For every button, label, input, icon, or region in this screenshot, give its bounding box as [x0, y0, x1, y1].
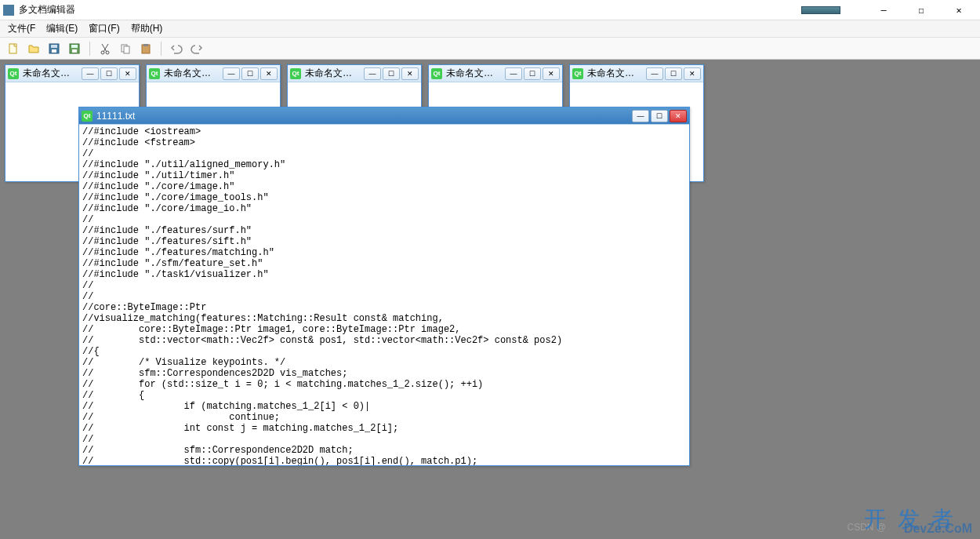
qt-icon: Qt [82, 111, 93, 122]
child-title: 未命名文档2... [162, 67, 220, 80]
svg-rect-12 [143, 44, 148, 46]
svg-rect-6 [72, 49, 77, 53]
child-title: 未命名文档5... [586, 67, 644, 80]
svg-rect-2 [51, 45, 57, 48]
open-button[interactable] [25, 40, 42, 57]
svg-rect-10 [124, 46, 129, 53]
child-max-button[interactable]: ☐ [383, 67, 400, 80]
app-title: 多文档编辑器 [19, 3, 801, 16]
qt-icon: Qt [8, 68, 19, 79]
minimize-button[interactable]: — [872, 2, 895, 18]
new-file-icon [7, 42, 20, 55]
undo-button[interactable] [168, 40, 185, 57]
titlebar-indicator [801, 6, 840, 14]
child-title: 11111.txt [95, 111, 630, 122]
save-icon [48, 42, 60, 55]
child-max-button[interactable]: ☐ [100, 67, 118, 80]
child-max-button[interactable]: ☐ [651, 110, 668, 122]
svg-rect-5 [71, 45, 78, 48]
save-button[interactable] [45, 40, 63, 57]
saveas-button[interactable] [66, 40, 83, 57]
child-close-button[interactable]: ✕ [543, 67, 560, 80]
child-close-button[interactable]: ✕ [401, 67, 419, 80]
child-max-button[interactable]: ☐ [665, 67, 682, 80]
child-min-button[interactable]: — [223, 67, 240, 80]
child-controls: —☐✕ [505, 67, 560, 80]
redo-icon [191, 42, 203, 55]
svg-point-8 [106, 51, 109, 54]
svg-rect-0 [9, 44, 16, 53]
toolbar-separator-2 [161, 42, 162, 56]
child-titlebar[interactable]: Qt未命名文档5...—☐✕ [570, 65, 703, 82]
undo-icon [170, 42, 183, 55]
menu-file[interactable]: 文件(F [3, 20, 40, 37]
cut-icon [99, 42, 111, 55]
copy-button[interactable] [117, 40, 134, 57]
child-titlebar[interactable]: Qt未命名文档4...—☐✕ [429, 65, 562, 82]
menu-help[interactable]: 帮助(H) [126, 20, 168, 37]
child-titlebar[interactable]: Qt未命名文档3...—☐✕ [288, 65, 421, 82]
toolbar [0, 38, 980, 60]
child-controls: —☐✕ [632, 110, 687, 122]
app-icon [3, 5, 14, 16]
child-titlebar[interactable]: Qt未命名文档1...—☐✕ [5, 65, 139, 82]
qt-icon: Qt [149, 68, 160, 79]
child-controls: —☐✕ [646, 67, 701, 80]
qt-icon: Qt [572, 68, 583, 79]
code-editor[interactable]: //#include <iostream> //#include <fstrea… [79, 125, 689, 465]
child-controls: —☐✕ [223, 67, 278, 80]
menubar: 文件(F 编辑(E) 窗口(F) 帮助(H) [0, 20, 980, 38]
code-content[interactable]: //#include <iostream> //#include <fstrea… [79, 125, 689, 465]
qt-icon: Qt [431, 68, 442, 79]
child-min-button[interactable]: — [505, 67, 522, 80]
mdi-area[interactable]: Qt未命名文档1...—☐✕Qt未命名文档2...—☐✕Qt未命名文档3...—… [0, 60, 980, 539]
maximize-button[interactable]: ☐ [909, 2, 933, 18]
child-close-button[interactable]: ✕ [684, 67, 701, 80]
window-controls: — ☐ ✕ [872, 2, 977, 18]
child-title: 未命名文档1... [21, 67, 79, 80]
child-max-button[interactable]: ☐ [524, 67, 541, 80]
child-title: 未命名文档3... [303, 67, 361, 80]
child-close-button[interactable]: ✕ [119, 67, 136, 80]
child-title: 未命名文档4... [445, 67, 503, 80]
child-min-button[interactable]: — [632, 110, 649, 122]
child-close-button[interactable]: ✕ [670, 110, 687, 122]
child-controls: —☐✕ [82, 67, 136, 80]
menu-window[interactable]: 窗口(F) [84, 20, 124, 37]
redo-button[interactable] [188, 40, 205, 57]
child-close-button[interactable]: ✕ [260, 67, 278, 80]
active-child-window[interactable]: Qt11111.txt—☐✕//#include <iostream> //#i… [78, 107, 690, 466]
new-button[interactable] [5, 40, 22, 57]
copy-icon [119, 42, 132, 55]
paste-icon [140, 42, 152, 55]
main-titlebar: 多文档编辑器 — ☐ ✕ [0, 0, 980, 20]
child-titlebar[interactable]: Qt11111.txt—☐✕ [79, 107, 689, 125]
svg-rect-3 [52, 49, 56, 53]
cut-button[interactable] [96, 40, 114, 57]
qt-icon: Qt [290, 68, 301, 79]
open-folder-icon [27, 42, 40, 55]
child-max-button[interactable]: ☐ [241, 67, 259, 80]
paste-button[interactable] [137, 40, 154, 57]
close-button[interactable]: ✕ [947, 2, 971, 18]
child-min-button[interactable]: — [364, 67, 381, 80]
toolbar-separator [89, 42, 90, 56]
saveas-icon [68, 42, 81, 55]
svg-point-7 [101, 51, 104, 54]
child-min-button[interactable]: — [82, 67, 99, 80]
child-min-button[interactable]: — [646, 67, 663, 80]
menu-edit[interactable]: 编辑(E) [42, 20, 82, 37]
child-controls: —☐✕ [364, 67, 419, 80]
child-titlebar[interactable]: Qt未命名文档2...—☐✕ [147, 65, 280, 82]
watermark-devze: DevZe.CoM [904, 522, 972, 536]
